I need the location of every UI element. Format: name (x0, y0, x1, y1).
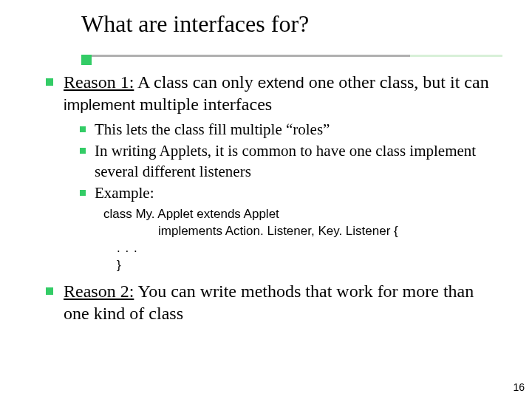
bullet-reason-1: Reason 1: A class can only extend one ot… (46, 71, 498, 115)
sub-bullets: This lets the class fill multiple “roles… (80, 120, 498, 203)
square-bullet-icon (80, 190, 86, 196)
reason-1-mid: one other class, but it can (304, 72, 489, 92)
reason-1-post: multiple interfaces (135, 95, 272, 114)
keyword-implement: implement (64, 96, 135, 113)
code-line-4: } (117, 257, 498, 274)
page-number: 16 (513, 381, 525, 393)
reason-1-pre: A class can only (134, 72, 257, 92)
title-wrap: What are interfaces for? (81, 10, 502, 38)
sub-c-text: Example: (95, 183, 154, 203)
code-line-3: . . . (117, 240, 498, 257)
title-underline (81, 55, 502, 57)
square-bullet-icon (80, 148, 86, 154)
square-bullet-icon (80, 126, 86, 132)
bullet-reason-2: Reason 2: You can write methods that wor… (46, 280, 498, 324)
sub-b-text: In writing Applets, it is common to have… (95, 141, 498, 182)
sub-bullet-roles: This lets the class fill multiple “roles… (80, 120, 498, 140)
sub-bullet-applets: In writing Applets, it is common to have… (80, 141, 498, 182)
slide: What are interfaces for? Reason 1: A cla… (0, 0, 532, 399)
slide-title: What are interfaces for? (81, 10, 502, 38)
code-line-1: class My. Applet extends Applet (103, 206, 498, 223)
code-line-2: implements Action. Listener, Key. Listen… (158, 223, 498, 240)
reason-2-text: Reason 2: You can write methods that wor… (64, 280, 498, 324)
sub-bullet-example: Example: (80, 183, 498, 203)
reason-1-text: Reason 1: A class can only extend one ot… (64, 71, 498, 115)
slide-body: Reason 1: A class can only extend one ot… (46, 71, 498, 329)
reason-1-label: Reason 1: (64, 72, 134, 92)
reason-2-label: Reason 2: (64, 282, 134, 301)
title-accent-square-icon (81, 55, 92, 65)
code-example: class My. Applet extends Applet implemen… (103, 206, 498, 274)
keyword-extend: extend (258, 74, 304, 91)
sub-a-text: This lets the class fill multiple “roles… (95, 120, 330, 140)
square-bullet-icon (46, 287, 53, 295)
square-bullet-icon (46, 78, 53, 86)
